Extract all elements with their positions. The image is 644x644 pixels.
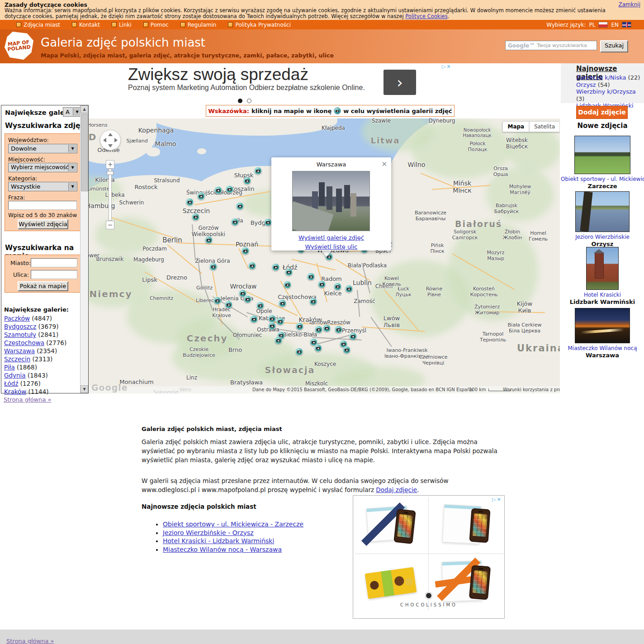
add-photo-link[interactable]: Dodaj zdjęcie <box>376 486 417 493</box>
map-camera-marker[interactable] <box>318 280 326 288</box>
map-camera-marker[interactable] <box>295 348 303 355</box>
map-camera-marker[interactable] <box>256 302 264 309</box>
gallery-city-link[interactable]: Kraków <box>4 388 26 395</box>
newest-photo-link[interactable]: Jezioro Wierzbińskie - Orzysz <box>163 529 254 536</box>
ad-carousel-dots[interactable] <box>238 99 251 103</box>
footer-home-link[interactable]: Strona główna » <box>6 638 54 644</box>
adchoices-icon[interactable]: ▷✕ <box>442 64 452 70</box>
map-camera-marker[interactable] <box>242 247 249 255</box>
zoom-in-button[interactable]: + <box>106 160 114 169</box>
site-logo[interactable]: MAP OFPOLAND <box>4 31 35 62</box>
category-select[interactable]: Wszystkie <box>8 182 77 191</box>
newest-gallery-link[interactable]: Zarzecze k/Niska <box>576 74 626 81</box>
newest-gallery-link[interactable]: Orzysz <box>576 81 596 88</box>
newest-gallery-link[interactable]: Wierzbiny k/Orzysza <box>576 88 636 95</box>
ad-product-1[interactable] <box>355 497 429 554</box>
map-camera-marker[interactable] <box>186 198 194 206</box>
zoom-slider-handle[interactable] <box>107 171 114 175</box>
thumbnail-title-link[interactable]: Jezioro Wierzbińskie <box>561 234 644 240</box>
street-input[interactable] <box>31 270 77 279</box>
newest-photo-link[interactable]: Obiekt sportowy - ul. Mickiewicza - Zarz… <box>163 521 303 528</box>
show-gallery-link[interactable]: Wyświetl galerię zdjęć <box>298 234 364 241</box>
map-camera-marker[interactable] <box>296 322 303 330</box>
add-photo-button[interactable]: Dodaj zdjęcie <box>576 106 628 119</box>
lang-en-label[interactable]: EN <box>611 22 619 28</box>
map-camera-marker[interactable] <box>314 344 322 352</box>
map-camera-marker[interactable] <box>275 336 282 344</box>
cookie-close-link[interactable]: Zamknij <box>619 1 641 8</box>
thumbnail-photo[interactable] <box>575 308 630 343</box>
thumbnail-title-link[interactable]: Obiekt sportowy - ul. Mickiewicza <box>561 176 644 182</box>
nav-item-linki[interactable]: Linki <box>112 22 132 28</box>
sidebar-scrollbar[interactable]: ▲ ▼ <box>80 105 88 393</box>
map-camera-marker[interactable] <box>248 262 256 270</box>
home-link[interactable]: Strona główna » <box>4 396 52 403</box>
map-camera-marker[interactable] <box>264 218 272 226</box>
ad-product-2[interactable] <box>429 497 503 554</box>
gallery-city-link[interactable]: Paczków <box>4 315 30 322</box>
nav-item-kontakt[interactable]: Kontakt <box>72 22 100 28</box>
newest-photo-link[interactable]: Miasteczko Wilanów nocą - Warszawa <box>163 546 282 553</box>
map-camera-marker[interactable] <box>192 213 199 221</box>
map-camera-marker[interactable] <box>205 236 213 244</box>
gallery-city-link[interactable]: Szamotuły <box>4 331 36 338</box>
scrollbar-thumb[interactable] <box>81 114 88 191</box>
thumbnail-photo[interactable] <box>575 191 630 232</box>
place-select[interactable]: Wybierz miejscowość <box>8 163 77 172</box>
map-camera-marker[interactable] <box>243 177 251 185</box>
search-button[interactable]: Szukaj <box>600 40 628 52</box>
gallery-city-link[interactable]: Bydgoszcz <box>4 323 36 330</box>
map-camera-marker[interactable] <box>197 192 205 200</box>
map-camera-marker[interactable] <box>213 297 221 304</box>
map-camera-marker[interactable] <box>343 346 350 354</box>
map-camera-marker[interactable] <box>268 315 276 322</box>
adchoices-icon-bottom[interactable]: ▷✕ <box>492 497 502 502</box>
city-input[interactable] <box>31 258 77 267</box>
letter-select[interactable]: A <box>63 107 82 117</box>
map-camera-marker[interactable] <box>226 185 233 193</box>
show-streets-link[interactable]: Wyświetl listę ulic <box>305 243 357 250</box>
gallery-city-link[interactable]: Gdynia <box>4 372 26 379</box>
map-camera-marker[interactable] <box>345 285 353 293</box>
map-camera-marker[interactable] <box>323 324 331 332</box>
pan-up-icon[interactable] <box>108 133 113 136</box>
bottom-ad[interactable]: CHOCOLISSIMO <box>353 495 505 619</box>
ad-next-button[interactable]: › <box>384 70 416 95</box>
map-camera-marker[interactable] <box>250 315 258 323</box>
gallery-city-link[interactable]: Łódź <box>4 380 19 387</box>
zoom-slider-track[interactable] <box>109 169 112 221</box>
gallery-city-link[interactable]: Piła <box>4 364 15 371</box>
map-camera-marker[interactable] <box>279 299 286 307</box>
map-camera-marker[interactable] <box>349 332 357 340</box>
map-camera-marker[interactable] <box>231 218 239 226</box>
map-camera-marker[interactable] <box>244 295 251 303</box>
scroll-up-icon[interactable]: ▲ <box>80 105 88 113</box>
scroll-down-icon[interactable]: ▼ <box>80 385 88 393</box>
map-pan-control[interactable] <box>100 130 120 150</box>
poland-flag-icon[interactable] <box>598 22 608 28</box>
gallery-city-link[interactable]: Warszawa <box>4 347 35 355</box>
terms-link[interactable]: Warunki korzystania z progra <box>503 387 560 392</box>
map-camera-marker[interactable] <box>334 283 341 290</box>
lang-pl-label[interactable]: PL <box>589 22 596 28</box>
thumbnail-photo[interactable] <box>574 136 630 174</box>
map-camera-marker[interactable] <box>225 301 232 308</box>
pan-right-icon[interactable] <box>114 138 118 142</box>
map-camera-marker[interactable] <box>335 326 342 333</box>
nav-item-regulamin[interactable]: Regulamin <box>180 22 217 28</box>
map-type-map-button[interactable]: Mapa <box>502 121 529 132</box>
map-camera-marker[interactable] <box>309 298 317 305</box>
show-photos-button[interactable]: Wyświetl zdjęcia <box>18 219 68 229</box>
map-camera-marker[interactable] <box>284 281 291 289</box>
dot-inactive[interactable] <box>247 99 251 103</box>
thumbnail-photo[interactable] <box>586 247 619 290</box>
dot-active[interactable] <box>238 99 242 103</box>
uk-flag-icon[interactable] <box>622 22 631 28</box>
province-select[interactable]: Dowolne <box>8 144 77 153</box>
map-camera-marker[interactable] <box>285 268 293 276</box>
close-icon[interactable]: ✕ <box>381 160 387 168</box>
thumbnail-title-link[interactable]: Hotel Krasicki <box>561 292 644 298</box>
search-input[interactable]: Google™ Twoja wyszukiwarka <box>505 41 597 50</box>
map-camera-marker[interactable] <box>214 186 222 194</box>
gallery-city-link[interactable]: Częstochowa <box>4 339 44 346</box>
